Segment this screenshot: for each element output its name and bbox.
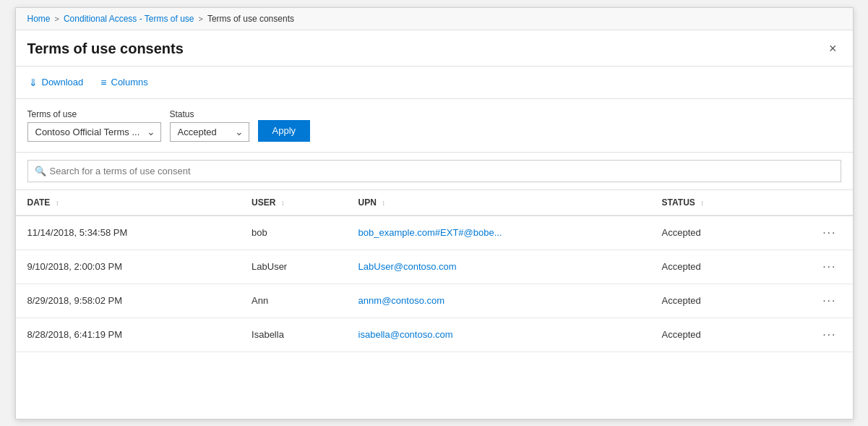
download-button[interactable]: ⇓ Download [27,74,85,91]
cell-date: 11/14/2018, 5:34:58 PM [16,216,241,250]
download-icon: ⇓ [29,77,38,88]
table-header-row: DATE ↕ USER ↕ UPN ↕ STATUS ↕ [16,190,853,216]
sort-user-icon[interactable]: ↕ [281,199,285,207]
status-select-wrapper: Accepted [170,122,249,142]
col-date: DATE ↕ [16,190,241,216]
cell-date: 9/10/2018, 2:00:03 PM [16,250,241,284]
close-button[interactable]: × [825,41,841,56]
cell-actions: ··· [769,216,852,250]
cell-user: Ann [240,284,347,318]
more-options-button[interactable]: ··· [818,259,841,275]
cell-status: Accepted [650,284,770,318]
terms-of-use-select-wrapper: Contoso Official Terms ... [27,122,161,142]
more-options-button[interactable]: ··· [818,327,841,343]
table-row: 9/10/2018, 2:00:03 PMLabUserLabUser@cont… [16,250,853,284]
filters-section: Terms of use Contoso Official Terms ... … [16,99,853,153]
breadcrumb-home[interactable]: Home [27,14,51,24]
breadcrumb-sep-1: > [55,14,59,23]
breadcrumb-sep-2: > [198,14,202,23]
cell-status: Accepted [650,216,770,250]
panel-header: Terms of use consents × [16,30,853,67]
terms-of-use-label: Terms of use [27,109,161,119]
cell-user: Isabella [240,318,347,352]
col-actions [769,190,852,216]
search-input[interactable] [27,160,841,182]
columns-button[interactable]: ≡ Columns [99,74,149,91]
more-options-button[interactable]: ··· [818,225,841,241]
cell-status: Accepted [650,318,770,352]
col-upn: UPN ↕ [347,190,650,216]
cell-date: 8/29/2018, 9:58:02 PM [16,284,241,318]
table-container: DATE ↕ USER ↕ UPN ↕ STATUS ↕ [16,190,853,419]
sort-date-icon[interactable]: ↕ [56,199,59,207]
table-row: 11/14/2018, 5:34:58 PMbobbob_example.com… [16,216,853,250]
page-title: Terms of use consents [27,41,184,57]
cell-date: 8/28/2018, 6:41:19 PM [16,318,241,352]
status-label: Status [170,109,249,119]
col-status: STATUS ↕ [650,190,770,216]
status-filter: Status Accepted [170,109,249,142]
apply-button[interactable]: Apply [258,120,311,142]
download-label: Download [42,77,84,88]
status-select[interactable]: Accepted [170,122,249,142]
col-user: USER ↕ [240,190,347,216]
sort-status-icon[interactable]: ↕ [700,199,704,207]
cell-user: LabUser [240,250,347,284]
upn-link[interactable]: isabella@contoso.com [358,329,453,340]
cell-user: bob [240,216,347,250]
search-wrapper: 🔍 [27,160,841,182]
cell-actions: ··· [769,318,852,352]
table-row: 8/28/2018, 6:41:19 PMIsabellaisabella@co… [16,318,853,352]
search-icon: 🔍 [35,166,46,176]
cell-status: Accepted [650,250,770,284]
columns-label: Columns [111,77,148,88]
breadcrumb-current: Terms of use consents [207,14,294,24]
breadcrumb-conditional-access[interactable]: Conditional Access - Terms of use [64,14,194,24]
main-panel: Home > Conditional Access - Terms of use… [15,7,854,419]
cell-actions: ··· [769,284,852,318]
search-bar: 🔍 [16,153,853,190]
more-options-button[interactable]: ··· [818,293,841,309]
upn-link[interactable]: annm@contoso.com [358,295,444,306]
table-row: 8/29/2018, 9:58:02 PMAnnannm@contoso.com… [16,284,853,318]
terms-of-use-select[interactable]: Contoso Official Terms ... [27,122,161,142]
breadcrumb: Home > Conditional Access - Terms of use… [16,8,853,30]
cell-actions: ··· [769,250,852,284]
cell-upn: bob_example.com#EXT#@bobe... [347,216,650,250]
upn-link[interactable]: LabUser@contoso.com [358,261,457,272]
cell-upn: LabUser@contoso.com [347,250,650,284]
cell-upn: annm@contoso.com [347,284,650,318]
terms-of-use-filter: Terms of use Contoso Official Terms ... [27,109,161,142]
cell-upn: isabella@contoso.com [347,318,650,352]
upn-link[interactable]: bob_example.com#EXT#@bobe... [358,227,502,238]
consents-table: DATE ↕ USER ↕ UPN ↕ STATUS ↕ [16,190,853,352]
sort-upn-icon[interactable]: ↕ [382,199,385,207]
toolbar: ⇓ Download ≡ Columns [16,67,853,99]
columns-icon: ≡ [100,77,106,88]
